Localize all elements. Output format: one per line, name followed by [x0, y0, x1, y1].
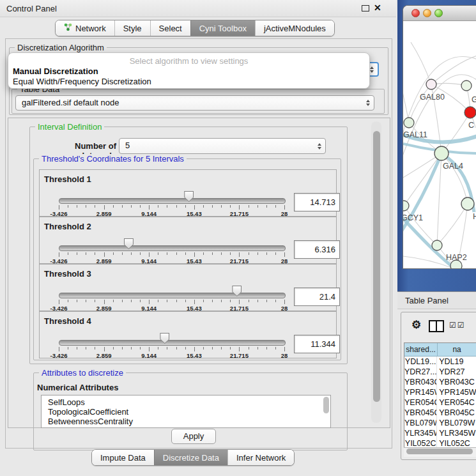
tick-mark	[249, 300, 249, 302]
tab-label: Infer Network	[236, 453, 286, 463]
network-window-titlebar[interactable]	[403, 6, 476, 21]
tick-mark	[104, 252, 105, 257]
minimize-traffic-light-icon[interactable]	[423, 9, 431, 17]
table-row[interactable]: YBR043CYBR043C	[404, 377, 476, 387]
network-canvas[interactable]: GAL80GACGAL11GAL4GCY1HHAP2	[403, 20, 476, 268]
tick-mark	[149, 347, 150, 351]
table-row[interactable]: YDL19...YDL19	[404, 357, 476, 367]
network-edge	[411, 42, 431, 84]
tick-mark	[230, 205, 231, 208]
tick-mark	[68, 347, 68, 349]
float-window-icon[interactable]	[362, 5, 369, 12]
tick-mark	[185, 252, 186, 255]
table-row[interactable]: YPR145WYPR145W	[404, 387, 476, 397]
column-header-2[interactable]: na	[438, 343, 476, 356]
tick-mark	[257, 347, 258, 349]
algorithm-option-manual-discretization[interactable]: Manual Discretization	[13, 66, 98, 77]
node-table[interactable]: shared...naYDL19...YDL19YDR27...YDR27YBR…	[404, 342, 476, 449]
network-edge	[431, 55, 476, 84]
tick-mark	[239, 347, 240, 351]
threshold-4-value-field[interactable]: 11.344	[294, 335, 340, 353]
network-node-c[interactable]	[464, 107, 476, 118]
checkbox-columns-icon[interactable]: ☑☑	[449, 321, 466, 330]
table-row[interactable]: YBR045CYBR045C	[404, 408, 476, 418]
threshold-2-value-field[interactable]: 6.316	[294, 240, 340, 259]
tick-mark	[167, 205, 167, 208]
horizontal-scrollbar-thumb[interactable]	[406, 449, 473, 454]
table-cell: YPR145W	[437, 387, 476, 397]
tick-mark	[59, 300, 59, 304]
tick-mark	[167, 252, 167, 255]
network-node-ga[interactable]	[461, 81, 472, 91]
vertical-scrollbar-thumb[interactable]	[373, 131, 380, 402]
tick-mark	[284, 205, 285, 210]
tab-impute-data[interactable]: Impute Data	[92, 450, 154, 465]
tick-mark	[95, 300, 95, 302]
threshold-label: Threshold 4	[44, 316, 91, 326]
tab-label: jActiveMNodules	[264, 24, 326, 33]
tick-mark	[59, 252, 59, 257]
network-node-h[interactable]	[461, 197, 474, 210]
table-row[interactable]: YBL079WYBL079W	[404, 418, 476, 428]
network-node[interactable]	[450, 260, 462, 268]
gear-icon[interactable]: ⚙	[411, 318, 421, 332]
tab-discretize-data[interactable]: Discretize Data	[154, 450, 227, 465]
threshold-4-slider-track[interactable]	[59, 340, 286, 346]
attr-list-scrollbar-thumb[interactable]	[323, 397, 329, 413]
tick-mark	[266, 300, 267, 302]
number-of-intervals-spinner[interactable]: 5	[119, 138, 326, 154]
network-node-gal4[interactable]	[434, 146, 449, 160]
close-traffic-light-icon[interactable]	[411, 9, 420, 17]
network-node-hap2[interactable]	[432, 240, 442, 250]
tab-jactivemnodules[interactable]: jActiveMNodules	[255, 20, 334, 36]
network-node-gal11[interactable]	[404, 118, 414, 128]
threshold-2-slider-track[interactable]	[59, 245, 286, 251]
thresholds-group: Threshold's Coordinates for 5 Intervals …	[33, 158, 341, 360]
threshold-1-slider-track[interactable]	[59, 198, 286, 204]
threshold-1-value-field[interactable]: 14.713	[294, 193, 340, 211]
tab-cyni-toolbox[interactable]: Cyni Toolbox	[190, 20, 255, 36]
tick-mark	[176, 300, 177, 302]
network-node-gal80[interactable]	[426, 79, 436, 89]
tick-mark	[167, 300, 167, 302]
tab-infer-network[interactable]: Infer Network	[227, 450, 294, 465]
table-row[interactable]: YDR27...YDR27	[404, 367, 476, 377]
split-columns-icon[interactable]	[429, 320, 444, 332]
tick-mark	[249, 205, 249, 208]
attribute-item-selfloops[interactable]: SelfLoops	[48, 397, 85, 407]
tick-mark	[86, 252, 86, 255]
close-icon[interactable]: ✕	[374, 3, 381, 13]
node-label: GAL11	[403, 130, 427, 139]
table-data-value: galFiltered.sif default node	[22, 98, 119, 107]
threshold-row-1: Threshold 1-3.4262.8599.14415.4321.71528…	[39, 169, 337, 217]
apply-button[interactable]: Apply	[171, 429, 216, 444]
table-cell: YBL079W	[404, 418, 437, 428]
numerical-attributes-list[interactable]: SelfLoopsTopologicalCoefficientBetweenne…	[41, 395, 331, 428]
tick-mark	[77, 300, 77, 302]
algorithm-option-equal-width-frequency-discretization[interactable]: Equal Width/Frequency Discretization	[13, 77, 151, 87]
table-row[interactable]: YER054CYER054C	[404, 397, 476, 408]
table-row[interactable]: YLR345WYLR345W	[404, 428, 476, 438]
table-cell: YER054C	[437, 397, 476, 408]
column-header-1[interactable]: shared...	[404, 343, 438, 356]
tab-select[interactable]: Select	[150, 20, 190, 36]
table-cell: YDL19...	[404, 357, 437, 367]
tab-network[interactable]: Network	[56, 20, 114, 36]
threshold-3-value-field[interactable]: 21.4	[294, 288, 340, 306]
tab-style[interactable]: Style	[114, 20, 150, 36]
network-node-gcy1[interactable]	[403, 201, 409, 211]
threshold-row-4: Threshold 4-3.4262.8599.14415.4321.71528…	[39, 311, 337, 358]
control-panel-titlebar: Control Panel ✕	[0, 0, 396, 17]
zoom-traffic-light-icon[interactable]	[434, 9, 443, 17]
threshold-label: Threshold 3	[44, 269, 91, 279]
table-data-combobox[interactable]: galFiltered.sif default node	[15, 95, 374, 111]
tick-mark	[239, 205, 240, 210]
table-cell: YBR043C	[404, 377, 437, 387]
tick-mark	[239, 300, 240, 304]
tick-mark	[230, 252, 231, 255]
numerical-attributes-heading: Numerical Attributes	[37, 383, 118, 392]
threshold-3-slider-track[interactable]	[59, 293, 286, 298]
attribute-item-topologicalcoefficient[interactable]: TopologicalCoefficient	[48, 407, 128, 417]
discretization-algorithm-title: Discretization Algorithm	[15, 43, 107, 52]
attribute-item-betweennesscentrality[interactable]: BetweennessCentrality	[48, 417, 133, 426]
